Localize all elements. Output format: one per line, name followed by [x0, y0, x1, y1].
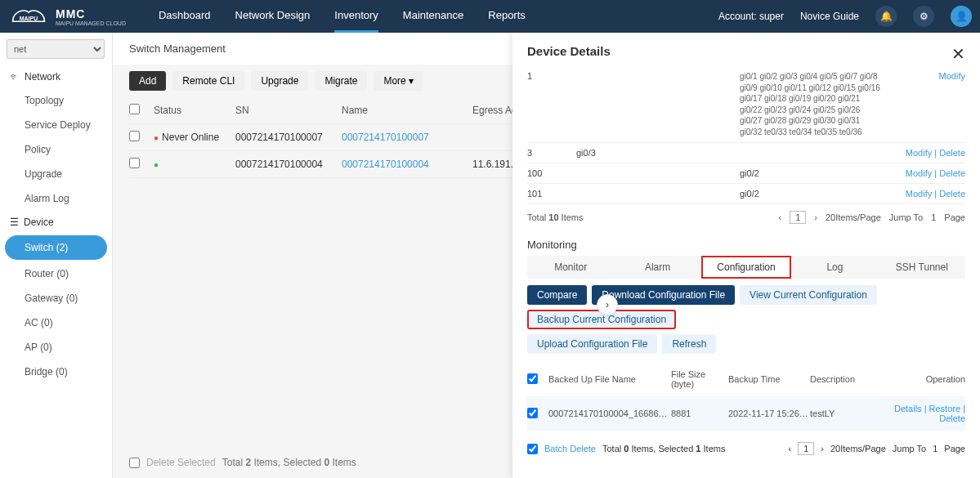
sidebar-item-alarm-log[interactable]: Alarm Log: [0, 186, 112, 211]
sidebar-item-bridge[interactable]: Bridge (0): [0, 360, 112, 384]
backup-header: Backed Up File Name File Size (byte) Bac…: [527, 362, 965, 396]
sidebar-group-device[interactable]: ☰ Device: [0, 211, 112, 234]
tab-alarm[interactable]: Alarm: [614, 256, 700, 279]
port-row: 100 gi0/2 Modify | Delete: [527, 163, 965, 184]
batch-delete-link[interactable]: Batch Delete: [544, 444, 596, 453]
row-checkbox[interactable]: [129, 131, 140, 141]
config-actions-2: Upload Configuration File Refresh: [527, 334, 965, 354]
sidebar-group-network[interactable]: ᯤ Network: [0, 65, 112, 88]
modify-delete-link[interactable]: Modify | Delete: [906, 189, 965, 199]
nav-reports[interactable]: Reports: [488, 0, 526, 33]
modify-delete-link[interactable]: Modify | Delete: [906, 168, 965, 178]
pager-size[interactable]: 20Items/Page: [830, 444, 886, 453]
sidebar-item-service-deploy[interactable]: Service Deploy: [0, 113, 112, 137]
monitoring-title: Monitoring: [527, 239, 965, 251]
compare-button[interactable]: Compare: [527, 285, 587, 305]
sidebar-item-router[interactable]: Router (0): [0, 261, 112, 286]
select-all-checkbox[interactable]: [129, 104, 140, 114]
brand-title: MMC: [56, 7, 126, 20]
pager-prev[interactable]: ‹: [778, 212, 781, 222]
drawer-collapse-button[interactable]: ›: [597, 294, 618, 315]
device-icon: ☰: [10, 217, 19, 228]
pager-next[interactable]: ›: [821, 444, 824, 453]
sidebar-item-gateway[interactable]: Gateway (0): [0, 286, 112, 310]
pager-next[interactable]: ›: [814, 212, 817, 222]
device-name-link[interactable]: 0007214170100007: [342, 132, 472, 143]
col-status: Status: [154, 105, 235, 116]
bell-icon[interactable]: 🔔: [875, 6, 897, 27]
port-row: 101 gi0/2 Modify | Delete: [527, 184, 965, 204]
novice-guide-link[interactable]: Novice Guide: [800, 11, 859, 22]
nav-maintenance[interactable]: Maintenance: [403, 0, 463, 33]
logo: MAIPU MMC MAIPU MANAGED CLOUD: [8, 5, 142, 28]
port-pager: Total 10 Items ‹ 1 › 20Items/Page Jump T…: [527, 211, 965, 224]
port-row: 3 gi0/3 Modify | Delete: [527, 143, 965, 163]
topbar: MAIPU MMC MAIPU MANAGED CLOUD Dashboard …: [0, 0, 980, 33]
main-content: Switch Management Add Remote CLI Upgrade…: [113, 33, 980, 478]
monitoring-tabs: Monitor Alarm Configuration Log SSH Tunn…: [527, 256, 965, 279]
upload-config-button[interactable]: Upload Configuration File: [527, 334, 657, 354]
remote-cli-button[interactable]: Remote CLI: [172, 71, 244, 91]
config-actions: Compare Download Configuration File View…: [527, 285, 965, 329]
upgrade-button[interactable]: Upgrade: [251, 71, 308, 91]
close-icon[interactable]: ✕: [951, 44, 965, 64]
chevron-down-icon: ▾: [409, 75, 414, 87]
nav-inventory[interactable]: Inventory: [334, 0, 378, 33]
tab-monitor[interactable]: Monitor: [527, 256, 614, 279]
jump-label: Jump To: [889, 212, 923, 222]
brand-subtitle: MAIPU MANAGED CLOUD: [56, 20, 126, 26]
main-nav: Dashboard Network Design Inventory Maint…: [159, 0, 526, 33]
row-checkbox[interactable]: [129, 158, 140, 168]
view-config-button[interactable]: View Current Configuration: [740, 285, 877, 305]
sidebar-item-switch[interactable]: Switch (2): [5, 235, 107, 260]
refresh-button[interactable]: Refresh: [662, 334, 716, 354]
account-area: Account: super Novice Guide 🔔 ⚙ 👤: [718, 6, 972, 27]
sidebar-item-upgrade[interactable]: Upgrade: [0, 162, 112, 186]
device-name-link[interactable]: 0007214170100004: [342, 159, 472, 170]
pager-size[interactable]: 20Items/Page: [826, 212, 881, 222]
migrate-button[interactable]: Migrate: [315, 71, 367, 91]
backup-ops-links[interactable]: Details | Restore | Delete: [894, 404, 965, 423]
pager-current[interactable]: 1: [798, 442, 814, 455]
avatar[interactable]: 👤: [951, 6, 972, 27]
tab-ssh-tunnel[interactable]: SSH Tunnel: [879, 256, 965, 279]
backup-table: Backed Up File Name File Size (byte) Bac…: [527, 362, 965, 431]
modify-delete-link[interactable]: Modify | Delete: [906, 148, 965, 158]
chevron-right-icon: ›: [606, 299, 609, 310]
status-dot-icon: ●: [154, 160, 159, 169]
gear-icon[interactable]: ⚙: [913, 6, 934, 27]
sidebar-item-topology[interactable]: Topology: [0, 88, 112, 113]
backup-row[interactable]: 0007214170100004_16686… 8881 2022-11-17 …: [527, 396, 965, 431]
delete-selected-link[interactable]: Delete Selected: [146, 457, 216, 468]
pager-prev[interactable]: ‹: [788, 444, 791, 453]
sidebar: net ᯤ Network Topology Service Deploy Po…: [0, 33, 113, 478]
batch-row: Batch Delete Total 0 Items, Selected 1 I…: [527, 442, 965, 455]
more-button[interactable]: More ▾: [374, 71, 423, 91]
pager-current[interactable]: 1: [790, 211, 806, 224]
status-dot-icon: ●: [154, 133, 159, 142]
add-button[interactable]: Add: [129, 71, 166, 91]
tab-configuration[interactable]: Configuration: [701, 256, 791, 279]
footer-checkbox[interactable]: [129, 458, 140, 468]
account-label[interactable]: Account: super: [718, 11, 784, 22]
device-details-drawer: Device Details ✕ 1 gi0/1 gi0/2 gi0/3 gi0…: [512, 33, 980, 478]
batch-checkbox[interactable]: [527, 444, 538, 454]
svg-text:MAIPU: MAIPU: [20, 16, 38, 21]
sidebar-item-ap[interactable]: AP (0): [0, 335, 112, 360]
backup-select-all[interactable]: [527, 373, 538, 384]
col-name: Name: [342, 105, 472, 116]
drawer-title: Device Details: [527, 44, 965, 58]
col-sn: SN: [235, 105, 342, 116]
wifi-icon: ᯤ: [10, 71, 20, 83]
sidebar-item-ac[interactable]: AC (0): [0, 310, 112, 335]
port-row: 1 gi0/1 gi0/2 gi0/3 gi0/4 gi0/5 gi0/7 gi…: [527, 66, 965, 143]
nav-network-design[interactable]: Network Design: [235, 0, 311, 33]
modify-link[interactable]: Modify: [939, 71, 965, 81]
backup-row-checkbox[interactable]: [527, 408, 538, 418]
brand-logo-icon: MAIPU: [8, 5, 49, 28]
sidebar-item-policy[interactable]: Policy: [0, 137, 112, 162]
nav-dashboard[interactable]: Dashboard: [159, 0, 211, 33]
port-table: 1 gi0/1 gi0/2 gi0/3 gi0/4 gi0/5 gi0/7 gi…: [527, 66, 965, 204]
network-selector[interactable]: net: [7, 39, 105, 59]
tab-log[interactable]: Log: [791, 256, 878, 279]
